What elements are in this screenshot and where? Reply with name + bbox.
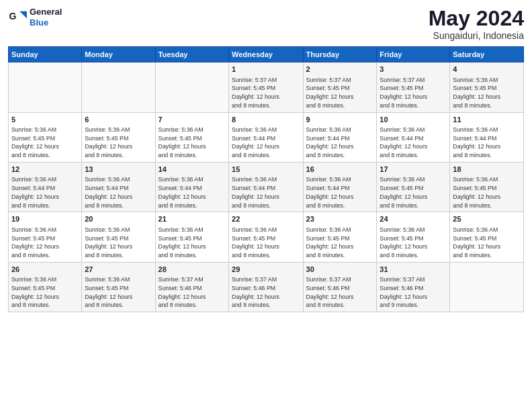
- calendar-cell: 26Sunrise: 5:36 AM Sunset: 5:45 PM Dayli…: [9, 262, 82, 312]
- logo-text: General Blue: [30, 7, 62, 28]
- day-info: Sunrise: 5:36 AM Sunset: 5:44 PM Dayligh…: [306, 175, 374, 210]
- calendar-cell: 17Sunrise: 5:36 AM Sunset: 5:45 PM Dayli…: [377, 162, 450, 212]
- day-info: Sunrise: 5:36 AM Sunset: 5:45 PM Dayligh…: [85, 126, 152, 160]
- day-number: 9: [306, 115, 374, 125]
- calendar-cell: 10Sunrise: 5:36 AM Sunset: 5:44 PM Dayli…: [377, 112, 450, 162]
- calendar-cell: 11Sunrise: 5:36 AM Sunset: 5:44 PM Dayli…: [450, 112, 524, 162]
- header: G General Blue May 2024 Sungaiduri, Indo…: [8, 7, 524, 41]
- calendar-cell: 13Sunrise: 5:36 AM Sunset: 5:44 PM Dayli…: [82, 162, 155, 212]
- day-info: Sunrise: 5:36 AM Sunset: 5:44 PM Dayligh…: [159, 175, 226, 210]
- day-info: Sunrise: 5:36 AM Sunset: 5:45 PM Dayligh…: [380, 175, 447, 210]
- day-info: Sunrise: 5:36 AM Sunset: 5:45 PM Dayligh…: [453, 226, 521, 260]
- day-info: Sunrise: 5:36 AM Sunset: 5:44 PM Dayligh…: [232, 175, 300, 210]
- calendar-cell: 6Sunrise: 5:36 AM Sunset: 5:45 PM Daylig…: [82, 112, 155, 162]
- day-number: 15: [232, 165, 300, 175]
- calendar-cell: [82, 62, 155, 112]
- day-number: 31: [380, 265, 447, 275]
- day-number: 21: [159, 214, 226, 224]
- calendar-cell: 30Sunrise: 5:37 AM Sunset: 5:46 PM Dayli…: [303, 262, 377, 312]
- day-number: 5: [11, 115, 79, 125]
- logo-icon: G: [8, 8, 27, 27]
- day-info: Sunrise: 5:36 AM Sunset: 5:44 PM Dayligh…: [85, 175, 152, 210]
- day-number: 22: [232, 214, 300, 224]
- day-info: Sunrise: 5:37 AM Sunset: 5:45 PM Dayligh…: [306, 76, 374, 110]
- day-number: 7: [159, 115, 226, 125]
- day-info: Sunrise: 5:36 AM Sunset: 5:45 PM Dayligh…: [453, 76, 521, 110]
- day-info: Sunrise: 5:36 AM Sunset: 5:45 PM Dayligh…: [159, 226, 226, 260]
- sub-title: Sungaiduri, Indonesia: [429, 30, 524, 41]
- day-number: 23: [306, 214, 374, 224]
- logo: G General Blue: [8, 7, 62, 28]
- weekday-header: Monday: [82, 47, 155, 62]
- day-info: Sunrise: 5:36 AM Sunset: 5:45 PM Dayligh…: [453, 175, 521, 210]
- day-number: 30: [306, 265, 374, 275]
- header-row: SundayMondayTuesdayWednesdayThursdayFrid…: [9, 47, 524, 62]
- calendar-cell: 5Sunrise: 5:36 AM Sunset: 5:45 PM Daylig…: [9, 112, 82, 162]
- calendar-cell: 3Sunrise: 5:37 AM Sunset: 5:45 PM Daylig…: [377, 62, 450, 112]
- day-info: Sunrise: 5:36 AM Sunset: 5:44 PM Dayligh…: [11, 175, 79, 210]
- day-number: 1: [232, 64, 300, 75]
- day-number: 4: [453, 64, 521, 75]
- day-info: Sunrise: 5:36 AM Sunset: 5:45 PM Dayligh…: [85, 226, 152, 260]
- calendar-cell: 12Sunrise: 5:36 AM Sunset: 5:44 PM Dayli…: [9, 162, 82, 212]
- calendar-week-row: 1Sunrise: 5:37 AM Sunset: 5:45 PM Daylig…: [9, 62, 524, 112]
- calendar-cell: 29Sunrise: 5:37 AM Sunset: 5:46 PM Dayli…: [229, 262, 303, 312]
- calendar-cell: 15Sunrise: 5:36 AM Sunset: 5:44 PM Dayli…: [229, 162, 303, 212]
- day-number: 17: [380, 165, 447, 175]
- calendar-cell: 22Sunrise: 5:36 AM Sunset: 5:45 PM Dayli…: [229, 212, 303, 262]
- day-number: 27: [85, 265, 152, 275]
- calendar-week-row: 5Sunrise: 5:36 AM Sunset: 5:45 PM Daylig…: [9, 112, 524, 162]
- day-info: Sunrise: 5:37 AM Sunset: 5:46 PM Dayligh…: [306, 275, 374, 310]
- day-info: Sunrise: 5:36 AM Sunset: 5:44 PM Dayligh…: [306, 126, 374, 160]
- calendar-cell: 24Sunrise: 5:36 AM Sunset: 5:45 PM Dayli…: [377, 212, 450, 262]
- day-info: Sunrise: 5:36 AM Sunset: 5:45 PM Dayligh…: [85, 275, 152, 310]
- day-number: 24: [380, 214, 447, 224]
- calendar-cell: 7Sunrise: 5:36 AM Sunset: 5:45 PM Daylig…: [155, 112, 228, 162]
- day-info: Sunrise: 5:36 AM Sunset: 5:45 PM Dayligh…: [11, 275, 79, 310]
- day-number: 19: [11, 214, 79, 224]
- weekday-header: Thursday: [303, 47, 377, 62]
- day-number: 28: [159, 265, 226, 275]
- day-number: 12: [11, 165, 79, 175]
- weekday-header: Wednesday: [229, 47, 303, 62]
- day-number: 20: [85, 214, 152, 224]
- day-number: 25: [453, 214, 521, 224]
- calendar-table: SundayMondayTuesdayWednesdayThursdayFrid…: [8, 46, 524, 312]
- calendar-cell: [9, 62, 82, 112]
- day-number: 16: [306, 165, 374, 175]
- title-block: May 2024 Sungaiduri, Indonesia: [429, 7, 524, 41]
- day-number: 29: [232, 265, 300, 275]
- main-title: May 2024: [429, 7, 524, 30]
- calendar-cell: 8Sunrise: 5:36 AM Sunset: 5:44 PM Daylig…: [229, 112, 303, 162]
- weekday-header: Sunday: [9, 47, 82, 62]
- calendar-cell: 18Sunrise: 5:36 AM Sunset: 5:45 PM Dayli…: [450, 162, 524, 212]
- day-info: Sunrise: 5:36 AM Sunset: 5:45 PM Dayligh…: [232, 226, 300, 260]
- calendar-cell: 20Sunrise: 5:36 AM Sunset: 5:45 PM Dayli…: [82, 212, 155, 262]
- calendar-cell: 14Sunrise: 5:36 AM Sunset: 5:44 PM Dayli…: [155, 162, 228, 212]
- day-number: 8: [232, 115, 300, 125]
- calendar-cell: [450, 262, 524, 312]
- day-info: Sunrise: 5:36 AM Sunset: 5:44 PM Dayligh…: [380, 126, 447, 160]
- day-number: 26: [11, 265, 79, 275]
- calendar-cell: 19Sunrise: 5:36 AM Sunset: 5:45 PM Dayli…: [9, 212, 82, 262]
- logo-line2: Blue: [30, 17, 62, 28]
- day-info: Sunrise: 5:37 AM Sunset: 5:45 PM Dayligh…: [232, 76, 300, 110]
- weekday-header: Tuesday: [155, 47, 228, 62]
- day-info: Sunrise: 5:37 AM Sunset: 5:46 PM Dayligh…: [380, 275, 447, 310]
- calendar-cell: 31Sunrise: 5:37 AM Sunset: 5:46 PM Dayli…: [377, 262, 450, 312]
- calendar-week-row: 26Sunrise: 5:36 AM Sunset: 5:45 PM Dayli…: [9, 262, 524, 312]
- calendar-cell: 1Sunrise: 5:37 AM Sunset: 5:45 PM Daylig…: [229, 62, 303, 112]
- calendar-cell: 28Sunrise: 5:37 AM Sunset: 5:46 PM Dayli…: [155, 262, 228, 312]
- calendar-week-row: 19Sunrise: 5:36 AM Sunset: 5:45 PM Dayli…: [9, 212, 524, 262]
- day-number: 10: [380, 115, 447, 125]
- day-number: 18: [453, 165, 521, 175]
- calendar-week-row: 12Sunrise: 5:36 AM Sunset: 5:44 PM Dayli…: [9, 162, 524, 212]
- calendar-cell: 25Sunrise: 5:36 AM Sunset: 5:45 PM Dayli…: [450, 212, 524, 262]
- day-info: Sunrise: 5:36 AM Sunset: 5:45 PM Dayligh…: [11, 126, 79, 160]
- calendar-cell: 4Sunrise: 5:36 AM Sunset: 5:45 PM Daylig…: [450, 62, 524, 112]
- calendar-cell: 9Sunrise: 5:36 AM Sunset: 5:44 PM Daylig…: [303, 112, 377, 162]
- day-info: Sunrise: 5:36 AM Sunset: 5:44 PM Dayligh…: [232, 126, 300, 160]
- day-info: Sunrise: 5:37 AM Sunset: 5:46 PM Dayligh…: [159, 275, 226, 310]
- day-number: 6: [85, 115, 152, 125]
- weekday-header: Saturday: [450, 47, 524, 62]
